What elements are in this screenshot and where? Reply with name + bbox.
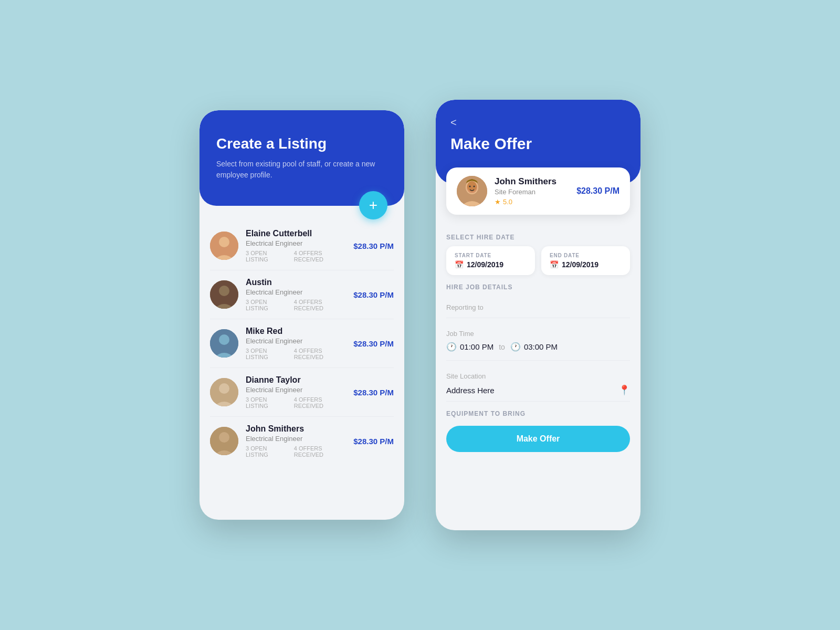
end-time-box[interactable]: 🕐 03:00 PM [510,342,558,352]
employee-avatar [210,427,238,455]
end-time-value: 03:00 PM [524,342,558,351]
reporting-label: Reporting to [446,303,630,311]
candidate-role: Site Foreman [495,188,569,196]
list-item[interactable]: Austin Electrical Engineer 3 OPEN LISTIN… [210,270,394,319]
employee-role: Electrical Engineer [246,337,346,345]
employee-stats: 3 OPEN LISTING 4 OFFERS RECEIVED [246,396,346,409]
location-label: Site Location [446,372,630,380]
offers-received: 4 OFFERS RECEIVED [294,348,346,360]
employee-role: Electrical Engineer [246,239,346,247]
divider-time [446,360,630,361]
offers-received: 4 OFFERS RECEIVED [294,445,346,458]
start-time-value: 01:00 PM [460,342,494,351]
right-phone: < Make Offer John Smithers Site Foreman [436,100,640,530]
svg-point-3 [219,286,229,296]
end-date-box[interactable]: END DATE 📅 12/09/2019 [541,246,630,275]
employee-info: Mike Red Electrical Engineer 3 OPEN LIST… [246,327,346,360]
employee-price: $28.30 P/M [353,339,394,348]
list-item[interactable]: John Smithers Electrical Engineer 3 OPEN… [210,417,394,465]
right-body: SELECT HIRE DATE START DATE 📅 12/09/2019… [436,215,640,530]
clock-icon-start: 🕐 [446,342,457,352]
start-date-value: 📅 12/09/2019 [455,260,527,269]
employee-role: Electrical Engineer [246,288,346,296]
svg-point-1 [219,237,229,247]
employee-avatar [210,378,238,406]
date-row: START DATE 📅 12/09/2019 END DATE 📅 12/09… [446,246,630,275]
candidate-info: John Smithers Site Foreman ★ 5.0 [495,176,569,206]
left-phone: Create a Listing Select from existing po… [200,110,404,520]
svg-point-14 [467,181,477,192]
equipment-label: EQUIPMENT TO BRING [446,410,630,417]
divider-reporting [446,318,630,318]
time-to-text: to [499,343,505,351]
employee-price: $28.30 P/M [353,388,394,397]
candidate-card: John Smithers Site Foreman ★ 5.0 $28.30 … [446,167,630,215]
job-details-label: HIRE JOB DETAILS [446,284,630,291]
left-title: Create a Listing [216,135,387,152]
open-listings: 3 OPEN LISTING [246,299,286,311]
employee-name: John Smithers [246,424,346,434]
list-item[interactable]: Dianne Taylor Electrical Engineer 3 OPEN… [210,368,394,417]
employee-price: $28.30 P/M [353,242,394,250]
svg-point-15 [469,186,471,187]
candidate-name: John Smithers [495,176,569,187]
back-button[interactable]: < [450,117,626,129]
employee-price: $28.30 P/M [353,437,394,446]
open-listings: 3 OPEN LISTING [246,250,286,262]
list-item[interactable]: Elaine Cutterbell Electrical Engineer 3 … [210,222,394,270]
employee-info: Elaine Cutterbell Electrical Engineer 3 … [246,229,346,262]
open-listings: 3 OPEN LISTING [246,445,286,458]
left-subtitle: Select from existing pool of staff, or c… [216,159,387,181]
candidate-rating: ★ 5.0 [495,198,569,206]
employee-price: $28.30 P/M [353,290,394,299]
employee-info: John Smithers Electrical Engineer 3 OPEN… [246,424,346,458]
calendar-icon-start: 📅 [455,260,464,269]
right-title: Make Offer [450,135,626,153]
left-header: Create a Listing Select from existing po… [200,110,404,206]
employee-name: Elaine Cutterbell [246,229,346,238]
candidate-price: $28.30 P/M [576,186,620,196]
employee-avatar [210,329,238,358]
make-offer-button[interactable]: Make Offer [446,426,630,452]
location-value: Address Here [446,386,495,395]
time-label: Job Time [446,330,630,338]
svg-point-16 [474,186,475,187]
list-item[interactable]: Mike Red Electrical Engineer 3 OPEN LIST… [210,319,394,368]
pin-icon: 📍 [618,384,630,396]
svg-point-7 [219,383,229,394]
employee-role: Electrical Engineer [246,435,346,443]
employee-role: Electrical Engineer [246,386,346,394]
employee-stats: 3 OPEN LISTING 4 OFFERS RECEIVED [246,445,346,458]
offers-received: 4 OFFERS RECEIVED [294,250,346,262]
svg-point-5 [219,334,229,345]
offers-received: 4 OFFERS RECEIVED [294,396,346,409]
end-date-label: END DATE [550,253,622,258]
clock-icon-end: 🕐 [510,342,521,352]
employee-name: Mike Red [246,327,346,336]
open-listings: 3 OPEN LISTING [246,396,286,409]
time-row: 🕐 01:00 PM to 🕐 03:00 PM [446,342,630,356]
calendar-icon-end: 📅 [550,260,559,269]
candidate-avatar [457,176,487,206]
employee-stats: 3 OPEN LISTING 4 OFFERS RECEIVED [246,348,346,360]
hire-date-label: SELECT HIRE DATE [446,234,630,241]
location-row: Address Here 📍 [446,384,630,402]
employee-info: Dianne Taylor Electrical Engineer 3 OPEN… [246,375,346,409]
svg-point-9 [219,432,229,443]
employee-stats: 3 OPEN LISTING 4 OFFERS RECEIVED [246,299,346,311]
start-time-box[interactable]: 🕐 01:00 PM [446,342,494,352]
open-listings: 3 OPEN LISTING [246,348,286,360]
start-date-label: START DATE [455,253,527,258]
employee-list: Elaine Cutterbell Electrical Engineer 3 … [200,206,404,520]
employee-avatar [210,280,238,309]
offers-received: 4 OFFERS RECEIVED [294,299,346,311]
employee-stats: 3 OPEN LISTING 4 OFFERS RECEIVED [246,250,346,262]
star-icon: ★ [495,198,501,206]
employee-info: Austin Electrical Engineer 3 OPEN LISTIN… [246,278,346,311]
employee-name: Austin [246,278,346,287]
fab-button[interactable]: + [359,191,387,219]
employee-avatar [210,232,238,260]
end-date-value: 📅 12/09/2019 [550,260,622,269]
employee-name: Dianne Taylor [246,375,346,385]
start-date-box[interactable]: START DATE 📅 12/09/2019 [446,246,535,275]
